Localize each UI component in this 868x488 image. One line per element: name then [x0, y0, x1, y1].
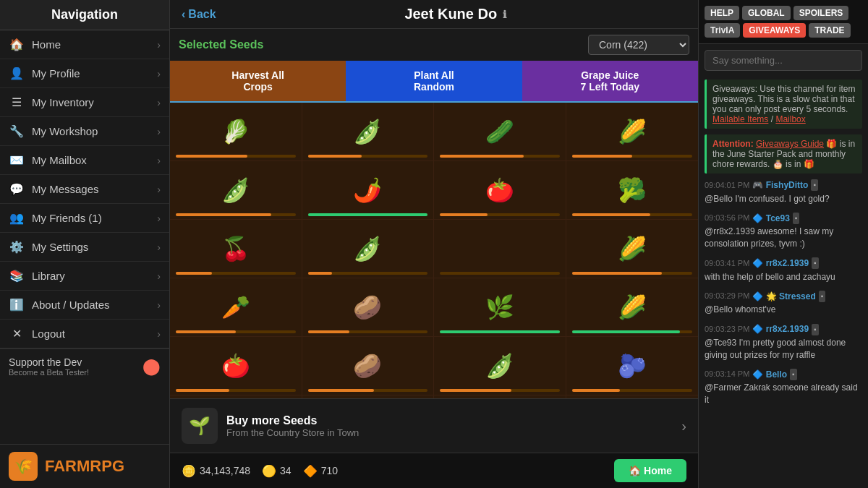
sidebar-item-label: Logout	[32, 328, 65, 340]
action-buttons: Harvest AllCrops Plant AllRandom Grape J…	[170, 61, 698, 103]
farm-cell[interactable]: 🥔	[302, 278, 435, 336]
chat-tab-global[interactable]: GLOBAL	[742, 6, 791, 20]
sidebar-item-friends[interactable]: 👥 My Friends (1) ›	[0, 204, 169, 233]
chat-tab-giveaways[interactable]: GIVEAWAYS	[743, 23, 806, 38]
friends-icon: 👥	[9, 211, 25, 225]
farm-cell[interactable]: 🌶️	[566, 395, 699, 398]
plant-all-button[interactable]: Plant AllRandom	[346, 61, 522, 101]
crop-icon: 🍅	[221, 352, 250, 380]
farm-cell[interactable]: 🌽	[566, 278, 699, 336]
home-button[interactable]: 🏠 Home	[614, 459, 686, 482]
back-button[interactable]: ‹ Back	[182, 8, 216, 21]
crop-icon: 🌿	[485, 294, 514, 321]
seed-selector[interactable]: Corn (422)	[588, 35, 689, 55]
message-time: 09:03:56 PM	[705, 213, 749, 223]
attention-label: Attention:	[712, 139, 756, 149]
message-text: @Bello whomst've	[705, 304, 862, 316]
chevron-right-icon: ›	[157, 270, 161, 282]
farm-row: 🥬 🫛 🥒 🌽	[170, 103, 698, 161]
sidebar-item-library[interactable]: 📚 Library ›	[0, 262, 169, 291]
farm-cell[interactable]: 🥬	[170, 103, 302, 160]
sidebar-item-profile[interactable]: 👤 My Profile ›	[0, 59, 169, 88]
farm-cell[interactable]: 🍅	[170, 337, 302, 395]
chat-tab-spoilers[interactable]: SPOILERS	[793, 6, 849, 20]
grape-juice-button[interactable]: Grape Juice7 Left Today	[522, 61, 698, 101]
sidebar-item-settings[interactable]: ⚙️ My Settings ›	[0, 233, 169, 262]
message-tag: ▪	[819, 291, 826, 302]
crop-icon: 🥬	[221, 118, 250, 145]
crop-icon: 🥒	[485, 118, 514, 145]
farm-cell[interactable]: 🫛	[302, 103, 435, 160]
farm-cell[interactable]: 🍒	[170, 220, 302, 278]
sidebar-item-label: Home	[32, 38, 61, 51]
gold-icon: 🟡	[262, 464, 276, 478]
bottom-bar: 🪙 34,143,748 🟡 34 🔶 710 🏠 Home	[170, 453, 698, 488]
farm-cell[interactable]: 🫛	[302, 395, 435, 398]
chevron-right-icon: ›	[157, 39, 161, 51]
farm-cell[interactable]: 🌶️	[302, 161, 435, 219]
message-username: 🔷 Bello	[752, 369, 787, 381]
seeds-icon: 🌱	[182, 408, 218, 444]
sidebar-item-label: About / Updates	[32, 299, 110, 311]
buy-seeds-bar[interactable]: 🌱 Buy more Seeds From the Country Store …	[170, 398, 698, 453]
crop-icon: 🫛	[353, 118, 382, 145]
farm-cell[interactable]: 🥦	[566, 161, 699, 219]
chat-tab-trivia[interactable]: TrivIA	[705, 23, 740, 38]
farm-cell[interactable]: 🥕	[170, 278, 302, 336]
farm-cell[interactable]: 🫛	[170, 161, 302, 219]
farm-cell[interactable]: 🍅	[434, 161, 566, 219]
crop-icon: 🥦	[618, 176, 647, 204]
sidebar-item-messages[interactable]: 💬 My Messages ›	[0, 175, 169, 204]
chat-panel: HELP GLOBAL SPOILERS TrivIA GIVEAWAYS TR…	[698, 0, 868, 488]
chat-tab-help[interactable]: HELP	[705, 6, 739, 20]
buy-seeds-subtitle: From the Country Store in Town	[226, 427, 359, 438]
sidebar-item-mailbox[interactable]: ✉️ My Mailbox ›	[0, 146, 169, 175]
sidebar-item-home[interactable]: 🏠 Home ›	[0, 30, 169, 59]
farm-cell[interactable]: 🌽	[566, 220, 699, 278]
home-icon: 🏠	[9, 38, 25, 51]
chevron-right-icon: ›	[157, 299, 161, 311]
profile-icon: 👤	[9, 67, 25, 80]
farm-cell[interactable]: 🫛	[434, 395, 566, 398]
farm-cell[interactable]: 🫛	[302, 220, 435, 278]
buy-seeds-info: Buy more Seeds From the Country Store in…	[226, 414, 359, 438]
message-time: 09:03:23 PM	[705, 324, 749, 335]
message-tag: ▪	[812, 257, 819, 269]
farm-cell[interactable]: 🌿	[170, 395, 302, 398]
crop-icon: 🫛	[485, 352, 514, 380]
farm-cell[interactable]: 🌽	[566, 103, 699, 160]
chevron-right-icon: ›	[157, 213, 161, 224]
message-tag: ▪	[811, 179, 818, 191]
buy-seeds-left: 🌱 Buy more Seeds From the Country Store …	[182, 408, 359, 444]
messages-icon: 💬	[9, 182, 25, 196]
farm-cell[interactable]: 🫛	[434, 337, 566, 395]
settings-icon: ⚙️	[9, 240, 25, 254]
main-header: ‹ Back Jeet Kune Do ℹ	[170, 0, 698, 29]
chat-tab-trade[interactable]: TRADE	[809, 23, 850, 38]
silver-currency: 🪙 34,143,748	[182, 464, 250, 478]
harvest-all-button[interactable]: Harvest AllCrops	[170, 61, 346, 101]
sidebar-item-about[interactable]: ℹ️ About / Updates ›	[0, 291, 169, 320]
info-icon[interactable]: ℹ	[503, 9, 506, 20]
crop-icon: 🌽	[618, 118, 647, 145]
farm-cell[interactable]: 🌿	[434, 278, 566, 336]
mailable-items-link[interactable]: Mailable Items	[712, 114, 768, 124]
farm-cell[interactable]: 🥒	[434, 103, 566, 160]
farm-cell[interactable]: 🥔	[302, 337, 435, 395]
message-username: 🔷 rr8x2.1939	[752, 257, 809, 270]
giveaways-guide-link[interactable]: Giveaways Guide	[756, 139, 824, 149]
crop-icon: 🫐	[618, 352, 647, 380]
sidebar-item-workshop[interactable]: 🔧 My Workshop ›	[0, 117, 169, 146]
support-dev-button[interactable]: Support the Dev Become a Beta Tester! ⬤	[0, 348, 169, 384]
farm-cell[interactable]	[434, 220, 566, 278]
mailbox-link[interactable]: Mailbox	[775, 114, 805, 124]
silver-icon: 🪙	[182, 464, 196, 478]
chat-notice: Giveaways: Use this channel for item giv…	[705, 80, 862, 129]
token-amount: 710	[321, 465, 338, 476]
sidebar-item-logout[interactable]: ✕ Logout ›	[0, 320, 169, 348]
sidebar-item-inventory[interactable]: ☰ My Inventory ›	[0, 88, 169, 117]
farm-cell[interactable]: 🫐	[566, 337, 699, 395]
message-text: with the help of bello and zachayu	[705, 271, 862, 283]
chat-input[interactable]	[705, 50, 862, 71]
crop-icon: 🌽	[618, 235, 647, 262]
